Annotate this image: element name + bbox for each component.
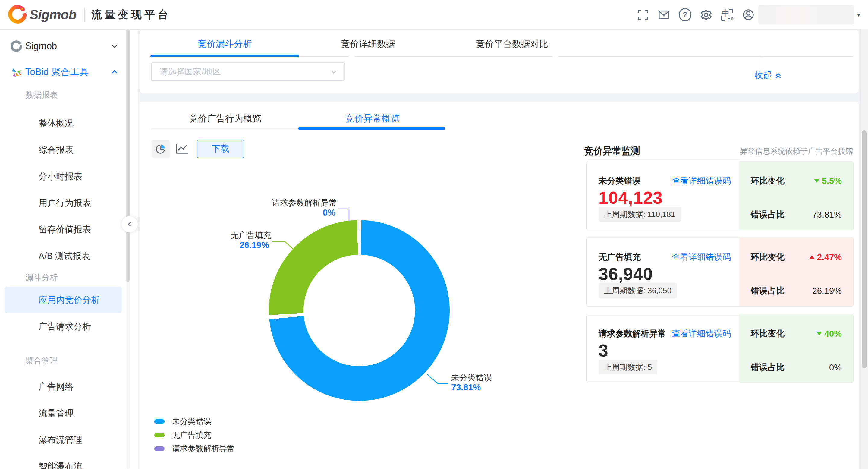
view-error-codes-link[interactable]: 查看详细错误码 [672,328,731,339]
donut-callout-param-error-pct: 0% [245,208,336,218]
pie-chart-view-button[interactable] [152,140,170,158]
legend-item[interactable]: 请求参数解析异常 [154,445,235,452]
subtab-bid-behavior-overview[interactable]: 竞价广告行为概览 [165,113,285,125]
sidebar-item-ad-network[interactable]: 广告网络 [0,373,138,400]
monitor-card-name: 请求参数解析异常 [598,328,666,339]
sidebar-tobid-label: ToBid 聚合工具 [25,66,89,79]
previous-period-badge: 上周期数据: 5 [598,360,657,374]
ratio-label: 错误占比 [751,285,784,296]
change-value: 5.5% [814,176,842,186]
page-scrollbar-thumb[interactable] [862,130,867,368]
monitor-card-stats: 环比变化 5.5% 错误占比 73.81% [739,161,853,230]
chevron-left-icon [126,221,133,227]
account-caret-icon[interactable]: ▾ [857,11,860,19]
legend-label: 无广告填充 [172,430,211,440]
tab-underline-segment [558,56,756,57]
help-icon[interactable]: ? [679,8,691,21]
chevron-down-icon [111,42,119,50]
legend-item[interactable]: 未分类错误 [154,417,235,425]
download-button[interactable]: 下载 [197,139,244,158]
change-label: 环比变化 [751,328,784,339]
sidebar-item-hourly-report[interactable]: 分小时报表 [0,163,138,190]
page-scrollbar-track[interactable] [861,29,868,469]
collapse-filters-link[interactable]: 收起 [754,69,782,82]
sidebar-account-label: Sigmob [25,41,57,52]
app-header: Sigmob 流量变现平台 ? [0,0,868,30]
settings-gear-icon[interactable] [700,8,712,21]
filter-card: 竞价漏斗分析 竞价详细数据 竞价平台数据对比 请选择国家/地区 收起 [140,30,859,93]
sidebar-item-waterfall-mgmt[interactable]: 瀑布流管理 [0,427,138,453]
sidebar-scrollbar-thumb[interactable] [126,29,130,282]
line-chart-view-button[interactable] [175,142,190,156]
pie-chart-icon [155,144,166,154]
mail-icon[interactable] [658,8,670,21]
sidebar-item-smart-waterfall[interactable]: 智能瀑布流 [0,453,138,469]
donut-callout-no-fill-label: 无广告填充 [193,230,271,241]
sidebar-item-user-behavior-report[interactable]: 用户行为报表 [0,190,138,216]
legend-item[interactable]: 无广告填充 [154,431,235,439]
monitor-card-stats: 环比变化 2.47% 错误占比 26.19% [739,238,853,306]
subtab-underline-track [152,128,299,129]
line-chart-icon [176,143,189,155]
download-button-label: 下载 [212,143,229,155]
sidebar-collapse-button[interactable] [121,216,138,232]
view-error-codes-link[interactable]: 查看详细错误码 [672,175,731,187]
header-actions: ? 中 En ▾ [637,0,860,29]
chevron-up-icon [111,68,119,76]
chevron-down-icon [330,68,338,76]
tobid-icon [10,66,22,78]
sidebar-item-traffic-mgmt[interactable]: 流量管理 [0,400,138,427]
ratio-value: 0% [829,363,842,373]
sigmob-logo-icon [8,5,27,24]
country-select[interactable]: 请选择国家/地区 [151,62,345,81]
change-label: 环比变化 [751,175,784,187]
double-chevron-up-icon [774,71,782,79]
donut-callout-unclassified-label: 未分类错误 [451,372,492,383]
subtab-bid-anomaly-overview[interactable]: 竞价异常概览 [312,113,433,125]
change-label: 环比变化 [751,251,784,263]
legend-label: 请求参数解析异常 [172,443,235,454]
monitor-panel-note: 异常信息系统依赖于广告平台披露 [740,146,853,156]
tab-bid-detail-data[interactable]: 竞价详细数据 [308,38,428,50]
donut-callout-param-error-label: 请求参数解析异常 [245,197,337,208]
monitor-card-no-fill: 无广告填充 查看详细错误码 36,940 上周期数据: 36,050 环比变化 … [586,237,854,307]
view-error-codes-link[interactable]: 查看详细错误码 [672,251,731,263]
ratio-label: 错误占比 [751,362,784,373]
sidebar-item-in-app-bidding-analysis[interactable]: 应用内竞价分析 [4,287,122,313]
monitor-card-value: 104,123 [598,188,663,208]
sidebar-section-data-reports: 数据报表 [0,88,138,101]
sidebar-item-ab-test-report[interactable]: A/B 测试报表 [0,243,138,269]
account-name-blurred[interactable] [758,5,854,24]
monitor-card-unclassified: 未分类错误 查看详细错误码 104,123 上周期数据: 110,181 环比变… [586,161,854,230]
legend-swatch-blue [154,419,164,424]
sidebar-section-funnel-analysis: 漏斗分析 [0,271,138,284]
ratio-label: 错误占比 [751,209,784,220]
tab-bid-funnel-analysis[interactable]: 竞价漏斗分析 [164,38,285,50]
monitor-card-value: 36,940 [598,264,653,284]
filter-divider-line [762,56,762,68]
sidebar-tobid-group[interactable]: ToBid 聚合工具 [0,63,138,81]
change-value: 40% [816,329,842,339]
avatar-icon[interactable] [742,8,755,21]
donut-chart[interactable] [269,220,450,401]
language-switch-icon[interactable]: 中 En [721,8,734,21]
brand: Sigmob 流量变现平台 [8,0,171,29]
sidebar-item-ad-request-analysis[interactable]: 广告请求分析 [0,313,138,340]
sigmob-gray-icon [10,40,22,52]
fullscreen-icon[interactable] [637,8,649,21]
monitor-card-stats: 环比变化 40% 错误占比 0% [739,314,853,383]
chart-legend: 未分类错误 无广告填充 请求参数解析异常 [154,417,235,458]
donut-callout-no-fill-pct: 26.19% [191,240,269,250]
collapse-filters-label: 收起 [754,69,772,82]
sidebar-item-retention-value-report[interactable]: 留存价值报表 [0,216,138,243]
tab-bid-platform-compare[interactable]: 竞价平台数据对比 [452,38,572,50]
previous-period-badge: 上周期数据: 36,050 [598,283,677,298]
donut-callout-unclassified-pct: 73.81% [451,382,481,393]
sidebar-item-overview[interactable]: 整体概况 [0,110,138,136]
sidebar-item-comprehensive-report[interactable]: 综合报表 [0,136,138,163]
legend-label: 未分类错误 [172,416,211,427]
triangle-down-icon [816,332,822,336]
sidebar: Sigmob ToBid 聚合工具 数据报表 整体概况 综合报表 分小时报表 用… [0,29,138,469]
sidebar-account-group[interactable]: Sigmob [0,37,138,55]
active-subtab-indicator [299,127,445,130]
